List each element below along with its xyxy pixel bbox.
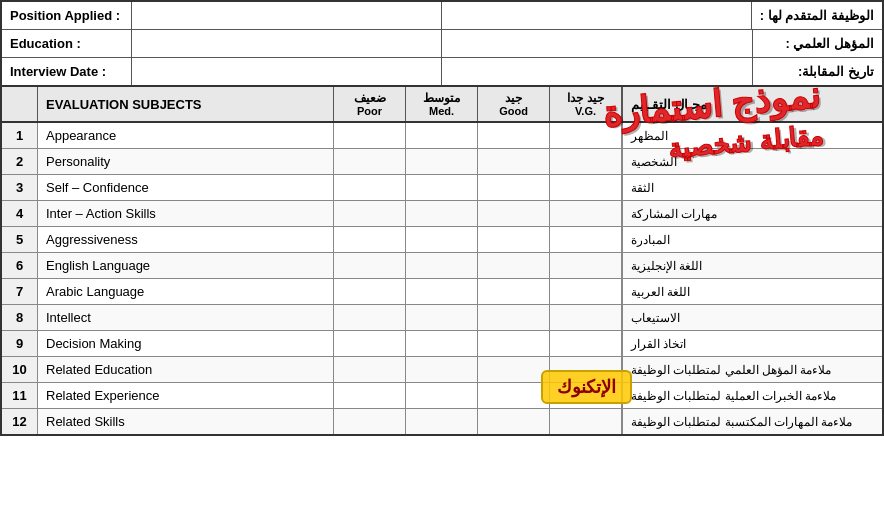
education-left: Education :	[2, 30, 442, 57]
position-left: Position Applied :	[2, 2, 442, 29]
row-vg	[550, 331, 622, 356]
row-med	[406, 279, 478, 304]
row-poor	[334, 279, 406, 304]
row-subject: Aggressiveness	[38, 227, 334, 252]
table-row: 12 Related Skills ملاءمة المهارات المكتس…	[2, 409, 882, 434]
row-num: 3	[2, 175, 38, 200]
row-num: 7	[2, 279, 38, 304]
position-value	[132, 2, 441, 29]
th-med-ar: متوسط	[423, 91, 460, 105]
row-vg	[550, 123, 622, 148]
th-poor-en: Poor	[357, 105, 382, 117]
education-ar-label: المؤهل العلمي :	[752, 30, 882, 57]
row-vg	[550, 409, 622, 434]
table-row: 11 Related Experience ملاءمة الخبرات الع…	[2, 383, 882, 409]
row-good	[478, 149, 550, 174]
table-row: 9 Decision Making اتخاذ القرار	[2, 331, 882, 357]
row-num: 6	[2, 253, 38, 278]
row-med	[406, 227, 478, 252]
table-body: 1 Appearance المظهر 2 Personality الشخصي…	[2, 123, 882, 434]
row-subject: Related Education	[38, 357, 334, 382]
row-good	[478, 175, 550, 200]
interview-label: Interview Date :	[2, 58, 132, 85]
th-poor-ar: ضعيف	[354, 91, 386, 105]
interview-value	[132, 58, 441, 85]
th-poor: ضعيف Poor	[334, 87, 406, 121]
row-vg	[550, 253, 622, 278]
row-med	[406, 409, 478, 434]
th-good: جيد Good	[478, 87, 550, 121]
table-row: 10 Related Education ملاءمة المؤهل العلم…	[2, 357, 882, 383]
row-med	[406, 149, 478, 174]
row-num: 5	[2, 227, 38, 252]
row-poor	[334, 253, 406, 278]
row-good	[478, 201, 550, 226]
row-good	[478, 279, 550, 304]
education-row: Education : المؤهل العلمي :	[2, 30, 882, 58]
row-good	[478, 253, 550, 278]
row-num: 10	[2, 357, 38, 382]
table-row: 2 Personality الشخصية	[2, 149, 882, 175]
row-arabic: مهارات المشاركة	[622, 201, 882, 226]
row-num: 2	[2, 149, 38, 174]
row-subject: Appearance	[38, 123, 334, 148]
table-row: 6 English Language اللغة الإنجليزية	[2, 253, 882, 279]
row-med	[406, 331, 478, 356]
position-right: الوظيفة المتقدم لها :	[442, 2, 882, 29]
interview-ar-label: تاريخ المقابلة:	[752, 58, 882, 85]
main-container: Position Applied : الوظيفة المتقدم لها :…	[0, 0, 884, 436]
row-arabic: المبادرة	[622, 227, 882, 252]
row-poor	[334, 331, 406, 356]
interview-right: تاريخ المقابلة:	[442, 58, 882, 85]
table-row: 5 Aggressiveness المبادرة	[2, 227, 882, 253]
interview-left: Interview Date :	[2, 58, 442, 85]
th-arabic: مجـال التقـييم	[622, 87, 882, 121]
position-row: Position Applied : الوظيفة المتقدم لها :	[2, 2, 882, 30]
row-good	[478, 409, 550, 434]
row-subject: Intellect	[38, 305, 334, 330]
row-med	[406, 357, 478, 382]
row-med	[406, 383, 478, 408]
th-vg-en: V.G.	[575, 105, 596, 117]
row-med	[406, 201, 478, 226]
table-row: 1 Appearance المظهر	[2, 123, 882, 149]
row-arabic: المظهر	[622, 123, 882, 148]
th-good-ar: جيد	[505, 91, 522, 105]
education-right: المؤهل العلمي :	[442, 30, 882, 57]
education-label: Education :	[2, 30, 132, 57]
row-good	[478, 305, 550, 330]
table-header: EVALUATION SUBJECTS ضعيف Poor متوسط Med.…	[2, 87, 882, 123]
header-section: Position Applied : الوظيفة المتقدم لها :…	[2, 2, 882, 87]
row-poor	[334, 409, 406, 434]
row-arabic: اللغة العربية	[622, 279, 882, 304]
row-good	[478, 331, 550, 356]
th-subject: EVALUATION SUBJECTS	[38, 87, 334, 121]
row-num: 11	[2, 383, 38, 408]
row-vg	[550, 227, 622, 252]
th-med-en: Med.	[429, 105, 454, 117]
row-poor	[334, 175, 406, 200]
row-num: 8	[2, 305, 38, 330]
row-poor	[334, 383, 406, 408]
row-med	[406, 253, 478, 278]
position-ar-label: الوظيفة المتقدم لها :	[751, 2, 882, 29]
th-good-en: Good	[499, 105, 528, 117]
row-num: 1	[2, 123, 38, 148]
row-med	[406, 305, 478, 330]
row-arabic: الاستيعاب	[622, 305, 882, 330]
th-med: متوسط Med.	[406, 87, 478, 121]
row-poor	[334, 227, 406, 252]
row-arabic: ملاءمة المهارات المكتسبة لمتطلبات الوظيف…	[622, 409, 882, 434]
row-poor	[334, 149, 406, 174]
row-vg	[550, 279, 622, 304]
row-subject: Arabic Language	[38, 279, 334, 304]
th-vg-ar: جيد جدا	[567, 91, 603, 105]
row-good	[478, 357, 550, 382]
row-subject: Self – Confidence	[38, 175, 334, 200]
interview-ar-value	[442, 58, 752, 85]
row-arabic: اتخاذ القرار	[622, 331, 882, 356]
row-subject: Related Skills	[38, 409, 334, 434]
row-vg	[550, 357, 622, 382]
position-ar-value	[442, 2, 751, 29]
row-poor	[334, 357, 406, 382]
